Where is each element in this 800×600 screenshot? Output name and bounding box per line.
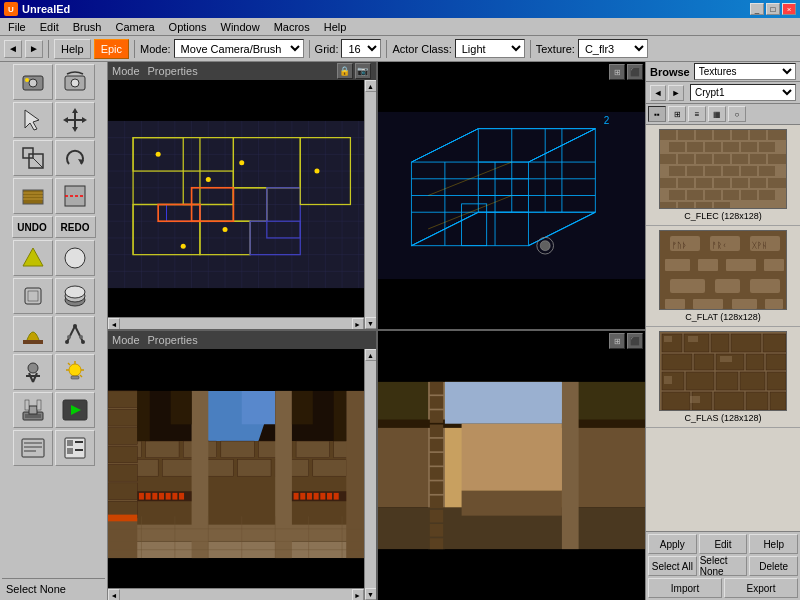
- rotate-tool[interactable]: [55, 140, 95, 176]
- delete-button[interactable]: Delete: [749, 556, 798, 576]
- help-button[interactable]: Help: [54, 39, 91, 59]
- scroll-left-btn[interactable]: ◄: [108, 318, 120, 329]
- view-small-btn[interactable]: ⊞: [668, 106, 686, 122]
- texture-item-flat[interactable]: ᚠᚢᚦ ᚨᚱᚲ ᚷᚹᚺ C_FLAT (128x128): [646, 226, 800, 327]
- menu-macros[interactable]: Macros: [268, 20, 316, 34]
- menu-window[interactable]: Window: [215, 20, 266, 34]
- scroll-down-btn-bl[interactable]: ▼: [365, 588, 377, 600]
- mode-menu-2d[interactable]: Mode: [112, 65, 140, 77]
- mode-menu-3d[interactable]: Mode: [112, 334, 140, 346]
- browse-type-select[interactable]: Textures Sounds Meshes: [694, 63, 796, 80]
- props-menu-2d[interactable]: Properties: [148, 65, 198, 77]
- camera-rotate-tool[interactable]: [55, 64, 95, 100]
- import-button[interactable]: Import: [648, 578, 722, 598]
- apply-button[interactable]: Apply: [648, 534, 697, 554]
- svg-point-36: [79, 335, 83, 339]
- texture-browser-header: Browse Textures Sounds Meshes: [646, 62, 800, 82]
- build-all-tool[interactable]: [13, 392, 53, 428]
- package-back-btn[interactable]: ◄: [650, 85, 666, 101]
- select-all-button[interactable]: Select All: [648, 556, 697, 576]
- vp-3d-icon2[interactable]: ⬛: [627, 64, 643, 80]
- help-tex-button[interactable]: Help: [749, 534, 798, 554]
- edit-button[interactable]: Edit: [699, 534, 748, 554]
- svg-point-41: [69, 364, 81, 376]
- title-bar-controls[interactable]: _ □ ×: [750, 3, 796, 15]
- vp-3d-icon1[interactable]: ⊞: [609, 64, 625, 80]
- export-button[interactable]: Export: [724, 578, 798, 598]
- package-forward-btn[interactable]: ►: [668, 85, 684, 101]
- camera-move-tool[interactable]: [13, 64, 53, 100]
- brush-clip-tool[interactable]: [55, 178, 95, 214]
- svg-rect-311: [664, 376, 672, 384]
- view-circle-btn[interactable]: ○: [728, 106, 746, 122]
- actor-properties-tool[interactable]: [55, 430, 95, 466]
- props-menu-3d[interactable]: Properties: [148, 334, 198, 346]
- add-brush-tool[interactable]: [13, 240, 53, 276]
- menu-options[interactable]: Options: [163, 20, 213, 34]
- svg-line-39: [33, 373, 37, 382]
- forward-button[interactable]: ►: [25, 40, 43, 58]
- scale-tool[interactable]: [13, 140, 53, 176]
- scroll-right-btn[interactable]: ►: [352, 318, 364, 329]
- paint-faces-tool[interactable]: [13, 316, 53, 352]
- viewport-3d-wireframe[interactable]: ⊞ ⬛: [378, 62, 646, 329]
- scrollbar-h-topleft[interactable]: ◄ ►: [108, 317, 364, 329]
- texture-align-tool[interactable]: [13, 178, 53, 214]
- play-in-editor-tool[interactable]: [55, 392, 95, 428]
- epic-button[interactable]: Epic: [94, 39, 129, 59]
- vp-side-icon1[interactable]: ⊞: [609, 333, 625, 349]
- select-tool[interactable]: [13, 102, 53, 138]
- actor-select[interactable]: Light: [455, 39, 525, 58]
- scroll-left-btn-bl[interactable]: ◄: [108, 589, 120, 600]
- light-tool[interactable]: [55, 354, 95, 390]
- subtract-brush-tool[interactable]: [55, 240, 95, 276]
- texture-item-flec[interactable]: C_FLEC (128x128): [646, 125, 800, 226]
- svg-rect-215: [429, 410, 442, 423]
- scrollbar-h-bottomleft[interactable]: ◄ ►: [108, 588, 364, 600]
- texture-list[interactable]: C_FLEC (128x128): [646, 125, 800, 531]
- view-list-btn[interactable]: ≡: [688, 106, 706, 122]
- scrollbar-v-bottomleft[interactable]: ▲ ▼: [364, 349, 376, 600]
- scroll-down-btn[interactable]: ▼: [365, 317, 377, 329]
- undo-button[interactable]: UNDO: [12, 216, 53, 238]
- texture-label: Texture:: [536, 43, 575, 55]
- back-button[interactable]: ◄: [4, 40, 22, 58]
- vp-side-icon2[interactable]: ⬛: [627, 333, 643, 349]
- view-detail-btn[interactable]: ▦: [708, 106, 726, 122]
- maximize-button[interactable]: □: [766, 3, 780, 15]
- vp-lock-icon[interactable]: 🔒: [337, 63, 353, 79]
- texture-item-flas[interactable]: C_FLAS (128x128): [646, 327, 800, 428]
- menu-help[interactable]: Help: [318, 20, 353, 34]
- close-button[interactable]: ×: [782, 3, 796, 15]
- vp-camera-icon[interactable]: 📷: [355, 63, 371, 79]
- special-brush-tool[interactable]: [13, 278, 53, 314]
- scroll-right-btn-bl[interactable]: ►: [352, 589, 364, 600]
- select-none-button[interactable]: Select None: [699, 556, 748, 576]
- view-large-btn[interactable]: ▪▪: [648, 106, 666, 122]
- add-actor-tool[interactable]: [13, 354, 53, 390]
- menu-edit[interactable]: Edit: [34, 20, 65, 34]
- svg-rect-199: [108, 515, 137, 522]
- menu-brush[interactable]: Brush: [67, 20, 108, 34]
- mode-select[interactable]: Move Camera/Brush: [174, 39, 304, 58]
- redo-button[interactable]: REDO: [55, 216, 96, 238]
- svg-rect-58: [24, 446, 42, 448]
- viewport-perspective[interactable]: Mode Properties: [108, 331, 378, 600]
- grid-select[interactable]: 16: [341, 39, 381, 58]
- viewport-side[interactable]: ⊞ ⬛: [378, 331, 646, 600]
- package-select[interactable]: Crypt1 Crypt2: [690, 84, 796, 101]
- select-surface-tool[interactable]: [55, 316, 95, 352]
- add-special-tool[interactable]: [55, 278, 95, 314]
- minimize-button[interactable]: _: [750, 3, 764, 15]
- viewport-2d-top[interactable]: Mode Properties 🔒 📷: [108, 62, 378, 329]
- move-tool[interactable]: [55, 102, 95, 138]
- preferences-tool[interactable]: [13, 430, 53, 466]
- scrollbar-v-topleft[interactable]: ▲ ▼: [364, 80, 376, 329]
- svg-rect-235: [705, 142, 721, 152]
- texture-select[interactable]: C_flr3: [578, 39, 648, 58]
- scroll-up-btn-bl[interactable]: ▲: [365, 349, 377, 361]
- menu-camera[interactable]: Camera: [109, 20, 160, 34]
- scroll-up-btn[interactable]: ▲: [365, 80, 377, 92]
- menu-file[interactable]: File: [2, 20, 32, 34]
- svg-rect-297: [766, 354, 786, 370]
